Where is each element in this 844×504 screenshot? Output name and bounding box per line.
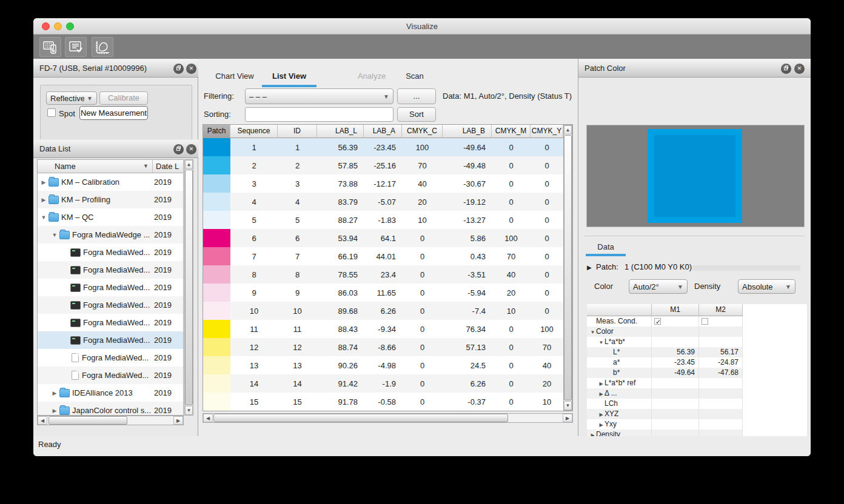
float-panel-button[interactable] xyxy=(173,64,184,74)
measurement-row[interactable]: ▶Yxy xyxy=(587,419,743,429)
measurement-row[interactable]: ▶Δ ... xyxy=(587,388,743,399)
tab-chart-view[interactable]: Chart View xyxy=(213,68,256,87)
tree-row[interactable]: ▶KM – Calibration2019 xyxy=(38,173,183,191)
scroll-down-icon[interactable]: ▼ xyxy=(185,406,193,415)
patch-summary-row[interactable]: ▶ Patch: 1 (C100 M0 Y0 K0) xyxy=(587,262,803,273)
tree-row[interactable]: Fogra MediaWed...2019 xyxy=(38,314,183,331)
patch-color-close-button[interactable]: ✕ xyxy=(794,64,805,74)
close-panel-button[interactable]: ✕ xyxy=(186,64,196,74)
table-row[interactable]: 2257.85-25.1670-49.4800 xyxy=(203,156,572,174)
scroll-up-icon[interactable]: ▲ xyxy=(564,125,572,134)
table-row[interactable]: 121288.74-8.66057.13070 xyxy=(203,338,572,356)
instrument-measure-button[interactable] xyxy=(39,37,61,57)
table-vertical-scrollbar[interactable]: ▲ ▼ xyxy=(563,125,572,411)
color-observer-dropdown[interactable]: Auto/2° ▼ xyxy=(629,279,688,294)
disclosure-triangle-icon[interactable]: ▶ xyxy=(51,408,58,414)
tree-row[interactable]: Fogra MediaWed...2019 xyxy=(38,349,183,366)
tree-row[interactable]: ▶KM – Profiling2019 xyxy=(38,191,183,208)
table-horizontal-scrollbar[interactable]: ◀ ▶ xyxy=(203,413,573,423)
table-row[interactable]: 8878.5523.40-3.51400 xyxy=(203,265,572,284)
data-list-close-button[interactable]: ✕ xyxy=(186,144,196,154)
table-row[interactable]: 141491.42-1.906.26020 xyxy=(203,374,572,393)
column-header-cmyk_y[interactable]: CMYK_Y xyxy=(531,125,563,138)
scroll-left-icon[interactable]: ◀ xyxy=(203,414,213,422)
sorting-input[interactable] xyxy=(245,107,394,122)
m1-checkbox[interactable] xyxy=(654,318,661,325)
disclosure-triangle-icon[interactable]: ▼ xyxy=(40,214,47,220)
measurement-row[interactable]: Meas. Cond. xyxy=(587,316,743,327)
disclosure-triangle-icon[interactable]: ▶ xyxy=(598,409,605,419)
disclosure-triangle-icon[interactable]: ▶ xyxy=(598,379,605,388)
tree-row[interactable]: ▼Fogra MediaWedge ...2019 xyxy=(38,226,183,244)
patch-color-float-button[interactable] xyxy=(781,64,791,74)
tree-row[interactable]: ▶IDEAlliance 20132019 xyxy=(38,384,183,402)
table-row[interactable]: 4483.79-5.0720-19.1200 xyxy=(203,193,572,211)
measurement-row[interactable]: ▶L*a*b* ref xyxy=(587,378,743,388)
column-header-lab_b[interactable]: LAB_B xyxy=(443,125,492,138)
data-list-horizontal-scrollbar[interactable]: ◀ ▶ xyxy=(37,416,184,425)
scrollbar-thumb[interactable] xyxy=(49,416,127,425)
disclosure-triangle-icon[interactable]: ▶ xyxy=(40,179,47,185)
tree-row[interactable]: Fogra MediaWed...2019 xyxy=(38,244,183,261)
measurement-row[interactable]: L*56.3956.17 xyxy=(587,347,743,357)
column-header-lab_a[interactable]: LAB_A xyxy=(364,125,402,138)
scroll-down-icon[interactable]: ▼ xyxy=(564,401,572,410)
table-row[interactable]: 131390.26-4.98024.5040 xyxy=(203,356,572,374)
measurement-row[interactable]: ▼Color xyxy=(587,327,743,337)
filter-more-button[interactable]: ... xyxy=(397,88,436,104)
name-column-header[interactable]: Name▼ xyxy=(38,160,153,173)
filtering-dropdown[interactable]: – – – ▼ xyxy=(245,88,394,104)
measurement-row[interactable]: b*-49.64-47.68 xyxy=(587,368,743,378)
table-row[interactable]: 111188.43-9.34076.340100 xyxy=(203,320,572,338)
tab-data[interactable]: Data xyxy=(586,240,626,256)
column-header-patch[interactable]: Patch xyxy=(203,125,230,138)
tree-row[interactable]: ▶JapanColor control s...2019 xyxy=(38,402,183,416)
measurement-row[interactable]: LCh xyxy=(587,399,743,409)
disclosure-triangle-icon[interactable]: ▶ xyxy=(598,420,605,429)
column-header-lab_l[interactable]: LAB_L xyxy=(317,125,364,138)
measurement-mode-dropdown[interactable]: Reflective ▼ xyxy=(46,91,97,105)
data-list-button[interactable] xyxy=(65,37,87,57)
measurement-row[interactable]: ▼L*a*b* xyxy=(587,337,743,347)
table-row[interactable]: 6653.9464.105.861000 xyxy=(203,229,572,247)
disclosure-triangle-icon[interactable]: ▼ xyxy=(589,327,596,337)
tab-scan[interactable]: Scan xyxy=(403,68,427,87)
data-list-float-button[interactable] xyxy=(173,144,184,154)
sort-button[interactable]: Sort xyxy=(397,107,436,122)
scrollbar-thumb[interactable] xyxy=(564,135,572,400)
table-row[interactable]: 3373.88-12.1740-30.6700 xyxy=(203,174,572,193)
table-row[interactable]: 5588.27-1.8310-13.2700 xyxy=(203,211,572,229)
table-row[interactable]: 151591.78-0.580-0.37010 xyxy=(203,393,572,411)
table-row[interactable]: 7766.1944.0100.43700 xyxy=(203,247,572,265)
column-header-sequence[interactable]: Sequence xyxy=(230,125,278,138)
table-row[interactable]: 9986.0311.650-5.94200 xyxy=(203,284,572,302)
column-header-id[interactable]: ID xyxy=(278,125,317,138)
scroll-up-icon[interactable]: ▲ xyxy=(185,160,193,169)
new-measurement-button[interactable]: New Measurement xyxy=(79,106,148,120)
column-header-cmyk_c[interactable]: CMYK_C xyxy=(402,125,443,138)
tree-row[interactable]: Fogra MediaWed...2019 xyxy=(38,261,183,279)
data-list-vertical-scrollbar[interactable]: ▲ ▼ xyxy=(184,159,193,416)
disclosure-triangle-icon[interactable]: ▶ xyxy=(40,197,47,203)
measurement-row[interactable]: ▶XYZ xyxy=(587,409,743,419)
date-column-header[interactable]: Date L xyxy=(153,160,183,173)
gamut-chart-button[interactable] xyxy=(92,37,113,57)
disclosure-triangle-icon[interactable]: ▼ xyxy=(598,337,605,347)
tree-row[interactable]: Fogra MediaWed...2019 xyxy=(38,331,183,349)
scroll-right-icon[interactable]: ▶ xyxy=(563,414,572,422)
scroll-right-icon[interactable]: ▶ xyxy=(173,416,183,425)
scroll-left-icon[interactable]: ◀ xyxy=(38,416,47,425)
scrollbar-thumb[interactable] xyxy=(213,414,508,422)
measurement-row[interactable]: a*-23.45-24.87 xyxy=(587,357,743,368)
density-mode-dropdown[interactable]: Absolute ▼ xyxy=(738,279,795,294)
disclosure-triangle-icon[interactable]: ▶ xyxy=(51,390,58,396)
table-row[interactable]: 101089.686.260-7.4100 xyxy=(203,302,572,320)
tree-row[interactable]: Fogra MediaWed...2019 xyxy=(38,366,183,384)
tree-row[interactable]: ▼KM – QC2019 xyxy=(38,208,183,226)
column-header-cmyk_m[interactable]: CMYK_M xyxy=(492,125,531,138)
table-row[interactable]: 1156.39-23.45100-49.6400 xyxy=(203,138,572,156)
spot-checkbox[interactable] xyxy=(47,108,56,117)
calibrate-button[interactable]: Calibrate xyxy=(99,91,148,105)
disclosure-triangle-icon[interactable]: ▶ xyxy=(598,389,605,399)
scrollbar-thumb[interactable] xyxy=(185,170,193,405)
